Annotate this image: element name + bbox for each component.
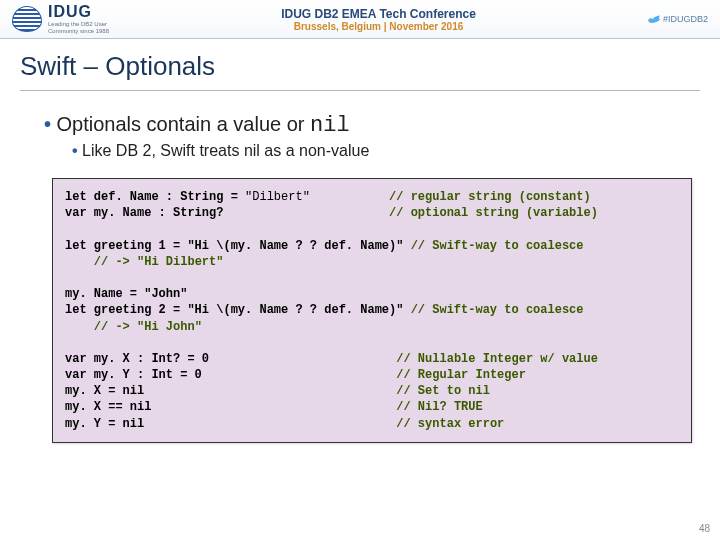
code-comment: // Swift-way to coalesce [411,303,584,317]
page-number: 48 [699,523,710,534]
title-divider [20,90,700,91]
code-comment: // Swift-way to coalesce [411,239,584,253]
twitter-icon [648,14,660,24]
bullet-sub: Like DB 2, Swift treats nil as a non-val… [72,142,700,160]
bullet-list: Optionals contain a value or nil Like DB… [0,113,720,160]
code-line: let greeting 1 = "Hi \(my. Name ? ? def.… [65,239,411,253]
code-comment: // Nullable Integer w/ value [396,352,598,366]
code-line: var my. Y : Int = 0 [65,368,396,382]
code-comment: // Set to nil [396,384,490,398]
conference-title-block: IDUG DB2 EMEA Tech Conference Brussels, … [109,7,648,32]
slide: IDUG Leading the DB2 User Community sinc… [0,0,720,540]
slide-title: Swift – Optionals [0,39,720,88]
code-comment: // Nil? TRUE [396,400,482,414]
bullet-main-text: Optionals contain a value or [57,113,311,135]
logo-text: IDUG [48,3,109,21]
slide-title-text: Swift – Optionals [20,51,215,81]
code-sample: let def. Name : String = "Dilbert" // re… [52,178,692,443]
code-comment: // regular string (constant) [389,190,591,204]
slide-header: IDUG Leading the DB2 User Community sinc… [0,0,720,39]
code-comment: // optional string (variable) [389,206,598,220]
code-comment: // -> "Hi John" [94,320,202,334]
code-line: var my. X : Int? = 0 [65,352,396,366]
idug-logo: IDUG Leading the DB2 User Community sinc… [12,3,109,34]
logo-tagline-2: Community since 1988 [48,28,109,35]
code-blank [65,222,72,236]
hashtag-text: #IDUGDB2 [663,14,708,24]
code-comment: // syntax error [396,417,504,431]
hashtag-block: #IDUGDB2 [648,14,708,24]
code-blank [65,336,72,350]
bullet-main: Optionals contain a value or nil Like DB… [44,113,700,160]
code-indent [65,320,94,334]
code-string: "Dilbert" [245,190,310,204]
conference-title: IDUG DB2 EMEA Tech Conference [109,7,648,21]
code-comment: // Regular Integer [396,368,526,382]
code-line: my. X == nil [65,400,396,414]
code-line: let greeting 2 = "Hi \(my. Name ? ? def.… [65,303,411,317]
code-line: var my. Name : String? [65,206,389,220]
code-blank [65,271,72,285]
globe-icon [12,6,42,32]
code-space [310,190,389,204]
code-comment: // -> "Hi Dilbert" [94,255,224,269]
code-indent [65,255,94,269]
nil-literal: nil [310,113,350,138]
code-line: my. Y = nil [65,417,396,431]
code-line: let def. Name : String = [65,190,245,204]
conference-subtitle: Brussels, Belgium | November 2016 [109,21,648,32]
code-line: my. X = nil [65,384,396,398]
code-line: my. Name = "John" [65,287,187,301]
logo-tagline-1: Leading the DB2 User [48,21,109,28]
